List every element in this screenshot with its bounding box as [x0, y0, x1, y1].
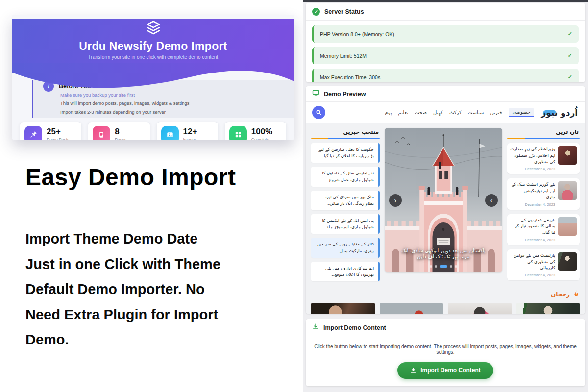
importer-screenshot-panel: ✓ Server Status PHP Version 8.0+ (Memory… [303, 0, 588, 392]
site-logo[interactable]: اُردو نیوز [540, 108, 579, 118]
hero-line: Just in one Click with Theme [25, 252, 293, 277]
headline-item[interactable]: اہم سرکاری اداروں میں نئی بھرتیوں کا اعل… [311, 262, 380, 281]
carousel-dot[interactable] [435, 265, 437, 268]
hero-line: Demo. [25, 327, 293, 353]
trending-thumbnail[interactable] [448, 303, 512, 314]
top-news-column: تازہ ترین وزیراعظم کی زیرِ صدارت اہم اجل… [507, 128, 580, 285]
site-navbar: اُردو نیوز خصوصی خبریں سیاست کرکٹ کھیل ص… [306, 102, 585, 123]
headline-item[interactable]: حکومت کا بجلی صارفین کے لیے بڑے ریلیف کا… [311, 143, 380, 163]
carousel-next-button[interactable]: › [485, 194, 498, 207]
before-line: This will import demo posts, pages, imag… [60, 100, 189, 106]
import-button-label: Import Demo Content [420, 367, 481, 374]
stat-value: 25+ [47, 127, 69, 137]
stat-demo-posts: 25+ Demo Posts [20, 122, 82, 140]
import-header: Import Demo Content [306, 319, 585, 336]
heading-rule [311, 138, 380, 139]
news-thumbnail [558, 217, 577, 236]
trending-heading: رجحان [551, 291, 570, 298]
server-check-row: Max Execution Time: 300s ✓ [312, 69, 579, 82]
nav-item[interactable]: ہوم [385, 110, 392, 116]
trending-thumbnail[interactable] [516, 303, 580, 314]
server-status-header: ✓ Server Status [306, 3, 585, 21]
import-demo-card: Import Demo Content Click the button bel… [306, 319, 585, 386]
nav-item[interactable]: صحت [415, 110, 427, 115]
nav-item[interactable]: سیاست [468, 110, 484, 115]
news-card[interactable]: تاریخی عمارتوں کی بحالی کا منصوبہ تیار ک… [507, 214, 580, 245]
check-icon: ✓ [568, 31, 572, 37]
featured-carousel: ‹ › پاکستان میں بعد دوپہر انوکھی شادی، ا… [385, 128, 502, 272]
promo-card: Urdu Newsify Demo Import Transform your … [12, 15, 294, 140]
before-head: i Before You Start [43, 81, 106, 92]
news-thumbnail [558, 252, 577, 271]
import-description: Click the button below to start importin… [306, 344, 585, 355]
hero-paragraph: Import Theme Demo Date Just in one Click… [25, 226, 293, 353]
before-you-start-box: i Before You Start Make sure you backup … [32, 80, 294, 118]
carousel-prev-button[interactable]: ‹ [389, 194, 402, 207]
carousel-dot[interactable] [430, 265, 432, 268]
check-icon: ✓ [568, 52, 572, 59]
check-icon: ✓ [568, 74, 572, 80]
carousel-dots [385, 265, 502, 268]
before-line: Make sure you backup your site first [60, 92, 135, 98]
headline-item[interactable]: ملک بھر میں سردی کی لہر، نظامِ زندگی ایک… [311, 191, 380, 210]
carousel-caption[interactable]: پاکستان میں بعد دوپہر انوکھی شادی، ایک م… [385, 248, 502, 260]
news-card[interactable]: پارلیمنٹ میں نئے قوانین کی منظوری کی کار… [507, 249, 580, 280]
before-line: Import takes 2-3 minutes depending on yo… [60, 109, 166, 115]
stat-images: 12+ Images [156, 122, 219, 140]
stat-value: 8 [115, 127, 126, 137]
news-thumbnail [558, 181, 577, 200]
news-card[interactable]: وزیراعظم کی زیرِ صدارت اہم اجلاس، بڑے فی… [507, 143, 580, 174]
hero-line: Need Extra Plugin for Import [25, 302, 293, 328]
monitor-icon [312, 89, 319, 98]
download-icon [312, 323, 319, 332]
window-top-edge [303, 0, 588, 2]
nav-item[interactable]: خصوصی [509, 108, 534, 117]
trending-section: رجحان [311, 290, 580, 314]
check-circle-icon: ✓ [312, 8, 320, 16]
pushpin-icon [24, 126, 42, 140]
news-card[interactable]: نئے گورنر اسٹیٹ بینک کے لیے اہم نوٹیفکیش… [507, 178, 580, 209]
check-label: Memory Limit: 512M [320, 53, 367, 59]
server-check-row: Memory Limit: 512M ✓ [312, 47, 579, 64]
page: { "colors": { "brand_purple_start": "#5a… [0, 0, 588, 392]
headline-item-highlighted[interactable]: ڈالر کے مقابلے روپے کی قدر میں بہتری، ما… [311, 238, 380, 257]
top-news-heading: تازہ ترین [507, 128, 580, 135]
stat-label: Pages [115, 137, 126, 140]
before-title: Before You Start [59, 83, 106, 90]
hero-line: Default Demo Importer. No [25, 277, 293, 302]
latest-news-column: منتخب خبریں حکومت کا بجلی صارفین کے لیے … [311, 128, 380, 285]
demo-preview-header: Demo Preview [306, 86, 585, 102]
grid-icon [229, 126, 247, 140]
check-label: PHP Version 8.0+ (Memory: OK) [320, 31, 394, 37]
nav-item[interactable]: کھیل [433, 110, 443, 115]
stat-label: Complete [251, 137, 272, 140]
import-body: Click the button below to start importin… [306, 336, 585, 379]
nav-item[interactable]: خبریں [490, 110, 502, 115]
heading-rule [507, 138, 580, 139]
import-demo-content-button[interactable]: Import Demo Content [397, 362, 493, 379]
news-date: December 4, 2023 [510, 202, 555, 207]
nav-item[interactable]: تعلیم [398, 110, 409, 115]
left-panel: Urdu Newsify Demo Import Transform your … [0, 0, 298, 392]
stat-label: Images [183, 137, 197, 140]
trending-thumbnail[interactable] [311, 303, 375, 314]
carousel-dot-active[interactable] [440, 265, 447, 268]
site-nav-items: اُردو نیوز خصوصی خبریں سیاست کرکٹ کھیل ص… [385, 108, 579, 118]
stat-complete: 100% Complete [224, 122, 287, 140]
flame-icon [573, 290, 580, 299]
hero-line: Import Theme Demo Date [25, 226, 293, 252]
headline-item[interactable]: نئے تعلیمی سال کے داخلوں کا شیڈول جاری، … [311, 167, 380, 186]
carousel-dot[interactable] [455, 265, 457, 268]
headline-item[interactable]: پی ایس ایل کے نئے ایڈیشن کا شیڈول جاری، … [311, 214, 380, 234]
stat-pages: 8 Pages [88, 122, 150, 140]
news-thumbnail [558, 146, 577, 165]
search-button[interactable] [312, 106, 325, 119]
carousel-dot[interactable] [450, 265, 452, 268]
demo-preview-title: Demo Preview [324, 91, 366, 98]
trending-thumbnail[interactable] [380, 303, 443, 314]
nav-item[interactable]: کرکٹ [449, 110, 462, 115]
server-status-title: Server Status [324, 8, 364, 15]
import-title: Import Demo Content [323, 324, 386, 331]
server-check-row: PHP Version 8.0+ (Memory: OK) ✓ [312, 25, 579, 43]
stats-row: 25+ Demo Posts 8 Pages 12+ Images [20, 122, 287, 140]
